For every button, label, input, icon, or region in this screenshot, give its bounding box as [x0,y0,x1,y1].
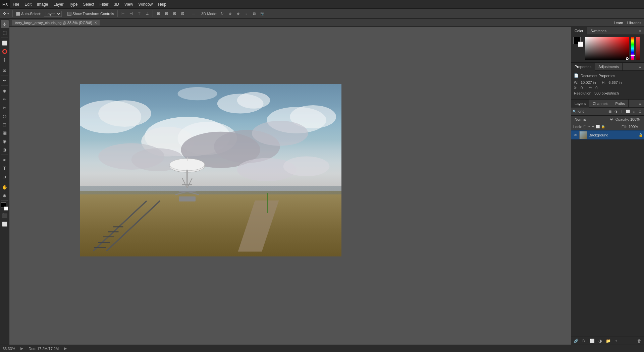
auto-select-checkbox-item[interactable]: Auto-Select: [15,10,43,17]
add-style-button[interactable]: fx [581,338,587,344]
3d-pan-button[interactable]: ⊕ [235,10,241,17]
dodge-tool[interactable]: ◑ [1,145,9,154]
healing-brush-tool[interactable]: ⊕ [1,87,9,95]
adjustments-tab[interactable]: Adjustments [595,63,623,71]
align-left-edges-button[interactable]: ⊢ [120,10,126,17]
brush-tool[interactable]: ✏ [1,95,9,103]
add-link-button[interactable]: 🔗 [573,338,579,344]
distribute-center-h-button[interactable]: ⊟ [163,10,170,17]
3d-slide-button[interactable]: ↕ [243,10,250,17]
canvas-wrapper[interactable] [9,27,571,345]
eraser-tool[interactable]: ◻ [1,120,9,128]
filter-active-toggle[interactable]: ⊙ [637,109,643,114]
lock-image-button[interactable]: ✏ [588,125,590,128]
document-tab[interactable]: Very_large_array_clouds.jpg @ 33.3% (RGB… [12,20,100,25]
menu-help[interactable]: Help [155,0,169,9]
lock-all-button[interactable]: 🔒 [601,125,605,128]
distribute-left-button[interactable]: ⊞ [155,10,162,17]
status-expand[interactable]: ▶ [64,346,67,351]
status-arrow[interactable]: ▶ [20,346,23,351]
menu-3d[interactable]: 3D [111,0,121,9]
auto-select-checkbox[interactable] [16,12,20,16]
alpha-slider[interactable] [636,37,640,60]
swatches-tab[interactable]: Swatches [587,27,610,35]
filter-shape-button[interactable]: ⬜ [625,109,631,114]
path-selection-tool[interactable]: ⊿ [1,173,9,181]
eyedropper-tool[interactable]: ✒ [1,76,9,84]
menu-window[interactable]: Window [136,0,156,9]
align-top-edges-button[interactable]: ⊥ [144,10,151,17]
lock-artboard-button[interactable]: ⬜ [596,125,600,128]
gradient-tool[interactable]: ▦ [1,129,9,137]
add-group-button[interactable]: 📁 [605,338,611,344]
history-brush-tool[interactable]: ◎ [1,112,9,120]
pen-tool[interactable]: ✒ [1,156,9,164]
marquee-tool[interactable]: ⬜ [1,39,9,47]
zoom-tool[interactable]: ⊕ [1,191,9,199]
distribute-right-button[interactable]: ⊠ [171,10,178,17]
type-tool[interactable]: T [1,164,9,172]
menu-view[interactable]: View [122,0,136,9]
3d-camera-button[interactable]: 📷 [259,10,266,17]
filter-smart-button[interactable]: ☆ [631,109,637,114]
quick-mask-mode[interactable]: ⬛ [1,212,9,220]
properties-panel-menu[interactable]: ≡ [637,65,644,69]
blend-mode-dropdown[interactable]: Normal Dissolve Multiply Screen [573,117,614,122]
lock-position-button[interactable]: ✛ [592,125,594,128]
align-horizontal-centers-button[interactable]: ⊣ [128,10,135,17]
color-gradient-picker[interactable] [585,37,629,60]
delete-layer-button[interactable]: 🗑 [636,338,643,344]
libraries-tab[interactable]: Libraries [627,21,641,25]
transform-controls-checkbox[interactable] [67,12,71,16]
height-value: 6.667 in [608,80,622,84]
menu-file[interactable]: File [10,0,22,9]
show-transform-controls-item[interactable]: Show Transform Controls [66,10,115,17]
lock-transparent-button[interactable]: ⬚ [583,125,586,128]
filter-adjustment-button[interactable]: ◑ [613,109,619,114]
filter-pixel-button[interactable]: ▦ [607,109,612,114]
background-swatch[interactable] [578,42,583,47]
properties-tab[interactable]: Properties [571,63,595,71]
3d-rotate-button[interactable]: ↻ [219,10,225,17]
layer-visibility-toggle[interactable]: 👁 [573,132,578,138]
channels-tab[interactable]: Channels [589,100,612,108]
menu-layer[interactable]: Layer [51,0,66,9]
menu-select[interactable]: Select [80,0,97,9]
more-options-button[interactable]: ··· [190,10,197,17]
color-swatches[interactable] [1,202,9,211]
color-panel-menu[interactable]: ≡ [637,29,644,33]
menu-image[interactable]: Image [34,0,51,9]
align-right-edges-button[interactable]: ⊤ [136,10,143,17]
hue-slider[interactable] [631,37,634,60]
new-layer-button[interactable]: + [613,338,620,344]
3d-scale-button[interactable]: ⊡ [251,10,258,17]
move-tool[interactable]: ✛ [1,20,9,28]
layer-lock-icon: 🔒 [639,133,643,137]
fg-bg-swatches[interactable] [573,37,583,47]
lasso-tool[interactable]: ⭕ [1,47,9,55]
layers-panel-menu[interactable]: ≡ [637,102,644,106]
screen-mode[interactable]: ⬜ [1,220,9,228]
clone-stamp-tool[interactable]: ✂ [1,104,9,112]
3d-roll-button[interactable]: ⊛ [227,10,233,17]
layer-background[interactable]: 👁 Background 🔒 [571,130,644,140]
auto-select-dropdown[interactable]: Layer Group [44,11,62,17]
background-color[interactable] [4,207,8,211]
menu-type[interactable]: Type [66,0,80,9]
add-mask-button[interactable]: ⬜ [589,338,595,344]
blur-tool[interactable]: ◉ [1,137,9,145]
color-tab[interactable]: Color [571,27,587,35]
close-tab-button[interactable]: ✕ [94,21,97,24]
hand-tool[interactable]: ✋ [1,183,9,191]
menu-edit[interactable]: Edit [22,0,34,9]
crop-tool[interactable]: ⊡ [1,66,9,74]
filter-type-button[interactable]: T [619,109,625,114]
add-adjustment-button[interactable]: ◑ [597,338,603,344]
distribute-top-button[interactable]: ⊡ [179,10,186,17]
layers-tab[interactable]: Layers [571,100,589,108]
quick-selection-tool[interactable]: ⊹ [1,56,9,64]
menu-filter[interactable]: Filter [97,0,111,9]
paths-tab[interactable]: Paths [612,100,629,108]
artboard-tool[interactable]: ⬚ [1,28,9,37]
learn-tab[interactable]: Learn [614,21,623,25]
